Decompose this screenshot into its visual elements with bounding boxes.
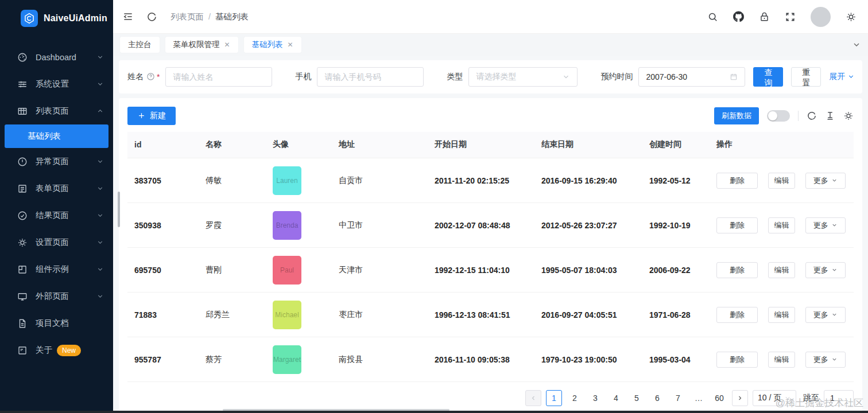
cell-end: 1979-10-23 19:00:50 (534, 337, 642, 382)
avatar-name: Michael (275, 311, 299, 319)
tab-console[interactable]: 主控台 (120, 37, 160, 53)
more-button[interactable]: 更多 (805, 352, 846, 368)
delete-button[interactable]: 删除 (716, 262, 758, 278)
page-button-7[interactable]: 7 (670, 390, 686, 406)
sidebar-item-external-pages[interactable]: 外部页面 (0, 283, 113, 310)
expand-button[interactable]: 展开 (829, 72, 855, 82)
chevron-down-icon (96, 185, 104, 192)
github-icon[interactable] (733, 11, 744, 22)
sidebar-item-label: 系统设置 (36, 79, 96, 89)
edit-button[interactable]: 编辑 (768, 262, 795, 278)
col-end-date: 结束日期 (534, 132, 642, 158)
cell-name: 蔡芳 (199, 337, 266, 382)
more-button[interactable]: 更多 (805, 262, 846, 278)
sidebar-item-project-docs[interactable]: 项目文档 (0, 310, 113, 337)
sidebar-item-component-examples[interactable]: 组件示例 (0, 256, 113, 283)
page-button-60[interactable]: 60 (711, 390, 727, 406)
phone-input[interactable] (324, 72, 416, 81)
striped-toggle[interactable] (767, 110, 790, 122)
sidebar-item-system-settings[interactable]: 系统设置 (0, 71, 113, 98)
lock-icon[interactable] (759, 11, 770, 22)
table-row: 383705 傅敏 Lauren 自贡市 2011-11-20 02:15:25… (127, 158, 854, 203)
sidebar-item-dashboard[interactable]: Dashboard (0, 44, 113, 71)
sidebar-item-settings-pages[interactable]: 设置页面 (0, 229, 113, 256)
page-size-select[interactable]: 10 / 页 (753, 390, 796, 406)
prev-page-button[interactable] (525, 390, 541, 406)
chevron-up-icon (96, 107, 104, 115)
more-button[interactable]: 更多 (805, 173, 846, 189)
col-name: 名称 (199, 132, 266, 158)
next-page-button[interactable] (732, 390, 748, 406)
page-button-5[interactable]: 5 (629, 390, 645, 406)
tab-menu-permission[interactable]: 菜单权限管理 ✕ (165, 37, 238, 53)
cell-created: 1992-10-19 (642, 203, 710, 248)
edit-button[interactable]: 编辑 (768, 173, 795, 189)
delete-button[interactable]: 删除 (716, 307, 758, 323)
col-start-date: 开始日期 (428, 132, 534, 158)
user-avatar[interactable] (811, 7, 831, 27)
dashboard-icon (17, 52, 28, 63)
sidebar-item-form-pages[interactable]: 表单页面 (0, 175, 113, 202)
create-button[interactable]: 新建 (127, 107, 176, 125)
more-button[interactable]: 更多 (805, 217, 846, 233)
refresh-data-button[interactable]: 刷新数据 (714, 107, 759, 124)
cell-end: 1995-05-07 18:04:03 (534, 248, 642, 293)
sidebar-item-label: 表单页面 (36, 183, 96, 194)
settings-gear-icon[interactable] (846, 11, 857, 22)
search-button[interactable]: 查询 (753, 67, 783, 87)
sidebar-item-basic-list[interactable]: 基础列表 (5, 124, 108, 148)
page-ellipsis[interactable]: … (691, 390, 707, 406)
page-button-4[interactable]: 4 (608, 390, 624, 406)
close-icon[interactable]: ✕ (224, 41, 230, 49)
delete-button[interactable]: 删除 (716, 217, 758, 233)
tabs-bar: 主控台 菜单权限管理 ✕ 基础列表 ✕ (113, 34, 868, 55)
cell-end: 2016-09-15 16:29:40 (534, 158, 642, 203)
sidebar-scrollbar-thumb[interactable] (118, 192, 120, 227)
edit-button[interactable]: 编辑 (768, 352, 795, 368)
more-button[interactable]: 更多 (805, 307, 846, 323)
delete-button[interactable]: 删除 (716, 173, 758, 189)
cell-created: 2006-09-22 (642, 248, 710, 293)
fullscreen-icon[interactable] (785, 11, 796, 22)
page-button-6[interactable]: 6 (649, 390, 665, 406)
phone-label: 手机 (295, 72, 311, 82)
reset-button[interactable]: 重置 (791, 67, 821, 87)
search-icon[interactable] (707, 11, 718, 22)
sidebar-item-list-pages[interactable]: 列表页面 (0, 98, 113, 124)
help-question-icon[interactable] (146, 72, 155, 81)
sidebar-item-exception-pages[interactable]: 异常页面 (0, 148, 113, 175)
date-picker[interactable]: 2007-06-30 (638, 67, 745, 87)
close-icon[interactable]: ✕ (288, 41, 293, 49)
chevron-down-icon (96, 293, 104, 300)
page-button-1[interactable]: 1 (546, 390, 562, 406)
breadcrumb-parent[interactable]: 列表页面 (170, 11, 204, 22)
refresh-icon[interactable] (807, 111, 817, 121)
type-select[interactable]: 请选择类型 (468, 67, 578, 87)
logo[interactable]: NaiveUiAdmin (0, 0, 113, 37)
page-button-3[interactable]: 3 (587, 390, 603, 406)
sidebar-item-result-pages[interactable]: 结果页面 (0, 202, 113, 229)
name-input[interactable] (173, 72, 265, 81)
edit-button[interactable]: 编辑 (768, 307, 795, 323)
cell-created: 1992-05-12 (642, 158, 710, 203)
collapse-sidebar-icon[interactable] (122, 11, 134, 22)
density-icon[interactable] (825, 111, 835, 121)
reload-page-icon[interactable] (146, 11, 158, 22)
cell-created: 1995-03-04 (642, 337, 710, 382)
cell-address: 自贡市 (332, 158, 428, 203)
edit-button[interactable]: 编辑 (768, 217, 795, 233)
breadcrumb: 列表页面 / 基础列表 (170, 11, 249, 22)
sidebar-menu: Dashboard 系统设置 列表页面 基础列表 异常页面 (0, 44, 113, 364)
sidebar: NaiveUiAdmin Dashboard 系统设置 列表页面 基础列表 (0, 0, 113, 413)
tabs-dropdown-chevron-icon[interactable] (852, 40, 861, 49)
jump-page-input[interactable] (824, 390, 854, 406)
sidebar-item-about[interactable]: 关于 New (0, 337, 113, 364)
table-toolbar: 新建 刷新数据 (127, 107, 854, 125)
column-settings-gear-icon[interactable] (843, 111, 854, 121)
delete-button[interactable]: 删除 (716, 352, 758, 368)
tab-basic-list[interactable]: 基础列表 ✕ (244, 37, 301, 53)
page-button-2[interactable]: 2 (567, 390, 583, 406)
sidebar-item-label: Dashboard (36, 53, 96, 62)
table-row: 71883 邱秀兰 Michael 枣庄市 1996-12-13 08:41:5… (127, 293, 854, 337)
type-label: 类型 (447, 72, 463, 82)
